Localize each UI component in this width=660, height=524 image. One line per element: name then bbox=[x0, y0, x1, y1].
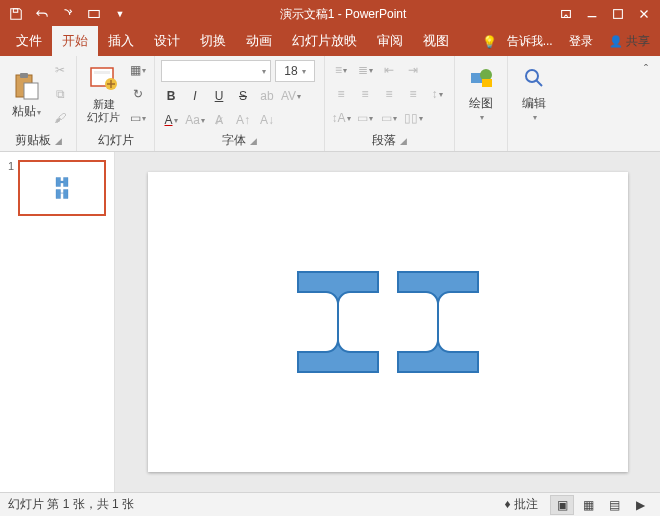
thumb-shape-icon bbox=[47, 176, 77, 200]
slide-canvas[interactable] bbox=[148, 172, 628, 472]
maximize-icon[interactable] bbox=[606, 2, 630, 26]
edit-button[interactable]: 编辑▾ bbox=[514, 60, 554, 126]
comments-button[interactable]: ♦ 批注 bbox=[505, 496, 538, 513]
undo-icon[interactable] bbox=[30, 2, 54, 26]
font-label: 字体 bbox=[222, 132, 246, 149]
ribbon-tabs: 文件 开始 插入 设计 切换 动画 幻灯片放映 审阅 视图 💡 告诉我... 登… bbox=[0, 28, 660, 56]
slides-label: 幻灯片 bbox=[98, 132, 134, 149]
align-center-icon[interactable]: ≡ bbox=[355, 84, 375, 104]
indent-inc-icon[interactable]: ⇥ bbox=[403, 60, 423, 80]
svg-rect-9 bbox=[94, 71, 110, 74]
start-icon[interactable] bbox=[82, 2, 106, 26]
tab-share[interactable]: 👤 共享 bbox=[603, 27, 656, 56]
sorter-view-icon[interactable]: ▦ bbox=[576, 495, 600, 515]
dialog-launcher-icon[interactable]: ◢ bbox=[55, 136, 62, 146]
tab-transition[interactable]: 切换 bbox=[190, 26, 236, 56]
paste-button[interactable]: 粘贴▾ bbox=[6, 68, 46, 120]
window-controls bbox=[554, 2, 656, 26]
svg-rect-2 bbox=[562, 11, 571, 18]
svg-line-15 bbox=[536, 80, 542, 86]
shrink-font-icon[interactable]: A↓ bbox=[257, 110, 277, 130]
slide-counter: 幻灯片 第 1 张，共 1 张 bbox=[8, 496, 134, 513]
bullets-icon[interactable]: ≡▾ bbox=[331, 60, 351, 80]
titlebar: ▼ 演示文稿1 - PowerPoint bbox=[0, 0, 660, 28]
spacing-icon[interactable]: AV▾ bbox=[281, 86, 301, 106]
format-painter-icon[interactable]: 🖌 bbox=[50, 108, 70, 128]
svg-rect-1 bbox=[89, 11, 100, 18]
tab-slideshow[interactable]: 幻灯片放映 bbox=[282, 26, 367, 56]
align-right-icon[interactable]: ≡ bbox=[379, 84, 399, 104]
svg-rect-7 bbox=[24, 83, 38, 99]
cut-icon[interactable]: ✂ bbox=[50, 60, 70, 80]
section-icon[interactable]: ▭▾ bbox=[128, 108, 148, 128]
text-direction-icon[interactable]: ↕A▾ bbox=[331, 108, 351, 128]
window-title: 演示文稿1 - PowerPoint bbox=[132, 6, 554, 23]
slideshow-view-icon[interactable]: ▶ bbox=[628, 495, 652, 515]
group-draw: 绘图▾ bbox=[455, 56, 508, 151]
tab-tellme[interactable]: 告诉我... bbox=[501, 27, 559, 56]
tab-design[interactable]: 设计 bbox=[144, 26, 190, 56]
justify-icon[interactable]: ≡ bbox=[403, 84, 423, 104]
font-family-select[interactable]: ▾ bbox=[161, 60, 271, 82]
smartart-icon[interactable]: ▭▾ bbox=[379, 108, 399, 128]
view-buttons: ▣ ▦ ▤ ▶ bbox=[550, 495, 652, 515]
svg-rect-4 bbox=[614, 10, 623, 19]
dialog-launcher-icon[interactable]: ◢ bbox=[250, 136, 257, 146]
quick-access-toolbar: ▼ bbox=[4, 2, 132, 26]
clipboard-label: 剪贴板 bbox=[15, 132, 51, 149]
minimize-icon[interactable] bbox=[580, 2, 604, 26]
line-spacing-icon[interactable]: ↕▾ bbox=[427, 84, 447, 104]
strike-icon[interactable]: S bbox=[233, 86, 253, 106]
clear-format-icon[interactable]: A̷ bbox=[209, 110, 229, 130]
thumbnail-panel: 1 bbox=[0, 152, 115, 492]
tab-animation[interactable]: 动画 bbox=[236, 26, 282, 56]
svg-rect-0 bbox=[13, 9, 17, 13]
bold-icon[interactable]: B bbox=[161, 86, 181, 106]
copy-icon[interactable]: ⧉ bbox=[50, 84, 70, 104]
paragraph-label: 段落 bbox=[372, 132, 396, 149]
tab-review[interactable]: 审阅 bbox=[367, 26, 413, 56]
normal-view-icon[interactable]: ▣ bbox=[550, 495, 574, 515]
group-paragraph: ≡▾ ≣▾ ⇤ ⇥ ≡ ≡ ≡ ≡ ↕▾ ↕A▾ ▭▾ ▭▾ ▯▯▾ 段落◢ bbox=[325, 56, 455, 151]
content-area: 1 bbox=[0, 152, 660, 492]
layout-icon[interactable]: ▦▾ bbox=[128, 60, 148, 80]
paste-icon bbox=[10, 70, 42, 102]
qat-more-icon[interactable]: ▼ bbox=[108, 2, 132, 26]
ribbon: 粘贴▾ ✂ ⧉ 🖌 剪贴板◢ 新建 幻灯片 ▦▾ ↻ ▭▾ 幻灯片 ▾ 18▾ … bbox=[0, 56, 660, 152]
tab-home[interactable]: 开始 bbox=[52, 26, 98, 56]
font-size-select[interactable]: 18▾ bbox=[275, 60, 315, 82]
redo-icon[interactable] bbox=[56, 2, 80, 26]
shadow-icon[interactable]: ab bbox=[257, 86, 277, 106]
align-text-icon[interactable]: ▭▾ bbox=[355, 108, 375, 128]
new-slide-icon bbox=[88, 64, 120, 96]
dialog-launcher-icon[interactable]: ◢ bbox=[400, 136, 407, 146]
columns-icon[interactable]: ▯▯▾ bbox=[403, 108, 423, 128]
grow-font-icon[interactable]: A↑ bbox=[233, 110, 253, 130]
font-color-icon[interactable]: A▾ bbox=[161, 110, 181, 130]
group-edit: 编辑▾ bbox=[508, 56, 560, 151]
change-case-icon[interactable]: Aa▾ bbox=[185, 110, 205, 130]
draw-button[interactable]: 绘图▾ bbox=[461, 60, 501, 126]
save-icon[interactable] bbox=[4, 2, 28, 26]
tab-file[interactable]: 文件 bbox=[6, 26, 52, 56]
numbering-icon[interactable]: ≣▾ bbox=[355, 60, 375, 80]
indent-dec-icon[interactable]: ⇤ bbox=[379, 60, 399, 80]
new-slide-button[interactable]: 新建 幻灯片 bbox=[83, 62, 124, 126]
italic-icon[interactable]: I bbox=[185, 86, 205, 106]
tellme-icon: 💡 bbox=[482, 35, 497, 49]
align-left-icon[interactable]: ≡ bbox=[331, 84, 351, 104]
tab-login[interactable]: 登录 bbox=[563, 27, 599, 56]
reading-view-icon[interactable]: ▤ bbox=[602, 495, 626, 515]
tab-insert[interactable]: 插入 bbox=[98, 26, 144, 56]
collapse-ribbon-icon[interactable]: ˆ bbox=[636, 60, 656, 80]
ribbon-options-icon[interactable] bbox=[554, 2, 578, 26]
slide-editor[interactable] bbox=[115, 152, 660, 492]
close-icon[interactable] bbox=[632, 2, 656, 26]
slide-thumbnail-1[interactable] bbox=[18, 160, 106, 216]
h-shape[interactable] bbox=[278, 252, 498, 392]
tab-view[interactable]: 视图 bbox=[413, 26, 459, 56]
status-bar: 幻灯片 第 1 张，共 1 张 ♦ 批注 ▣ ▦ ▤ ▶ bbox=[0, 492, 660, 516]
thumb-number: 1 bbox=[8, 160, 14, 216]
underline-icon[interactable]: U bbox=[209, 86, 229, 106]
reset-icon[interactable]: ↻ bbox=[128, 84, 148, 104]
